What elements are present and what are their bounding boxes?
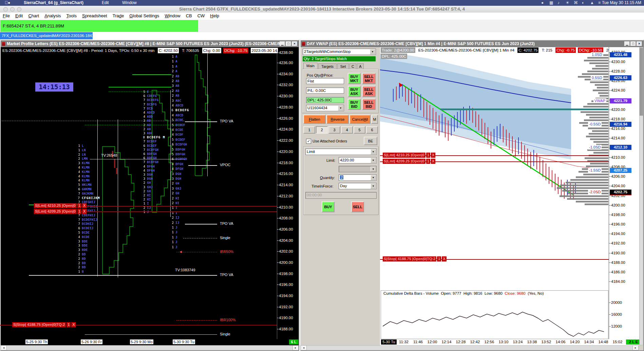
strategy-select[interactable]: 2TargetsWithCommonStop ▼ [303,48,376,55]
action-button-cancelall[interactable]: CancelAll [349,115,371,124]
apple-icon[interactable]: ● [5,0,10,6]
scroll-right-button[interactable]: ► [632,345,639,350]
mac-clock[interactable]: Tue May 30 11:15 AM [602,0,641,6]
cancel-order-button[interactable]: X [442,256,446,261]
time-axis-label: 12:42 [470,340,480,344]
scroll-left-button[interactable]: ◄ [301,345,307,350]
menu-item-cw[interactable]: CW [195,13,208,19]
tpo-row: 2BD [75,266,86,269]
menu-item-trade[interactable]: Trade [110,13,127,19]
chevron-down-icon[interactable]: ▼ [371,167,376,172]
music-icon[interactable]: ♪ [557,0,560,6]
menu-item-file[interactable]: File [0,13,13,19]
limit-price-input[interactable]: 4220.00 ▼ [339,157,377,163]
sell-button[interactable]: SELL [351,201,364,212]
chevron-down-icon[interactable]: ▼ [371,158,376,163]
secondary-price-input[interactable]: ▼ [339,166,377,172]
display-icon[interactable]: ▦ [549,0,553,6]
menu-item-cb[interactable]: CB [183,13,195,19]
maximize-button[interactable]: □ [286,41,291,46]
buy-ask-button[interactable]: BUYASK [348,86,361,97]
quantity-preset-6[interactable]: 6 [366,126,378,134]
cancel-order-button[interactable]: X [82,209,87,214]
cancel-order-button[interactable]: X [82,203,87,208]
chevron-down-icon[interactable]: ▼ [371,183,376,189]
sd-label: 1.0SD [591,52,603,57]
day-vwap-titlebar[interactable]: DAY VWAP (ES) ES-202306-CME/MES-202306-C… [301,40,643,47]
left-horizontal-scrollbar[interactable] [1,345,299,350]
order-qty-button[interactable]: 1 [77,203,81,208]
sell-bid-button[interactable]: SELLBID [362,99,376,110]
mac-menu-item[interactable]: Edit [102,0,109,6]
chevron-down-icon[interactable]: ▼ [371,175,376,180]
mac-menu-item[interactable]: Window [122,0,137,6]
menu-item-chart[interactable]: Chart [25,13,42,19]
quantity-preset-3[interactable]: 3 [328,126,340,134]
sell-ask-button[interactable]: SELLASK [362,86,376,97]
order-qty-button[interactable]: 1 [437,256,441,261]
brightness-icon[interactable]: ☀ [566,0,569,6]
chevron-down-icon[interactable]: ▼ [371,149,376,154]
menu-item-global-settings[interactable]: Global Settings [127,13,162,19]
tab-targets[interactable]: Targets [318,63,337,69]
maximize-button[interactable]: □ [630,41,636,46]
cancel-order-button[interactable]: X [431,153,435,158]
sell-mkt-button[interactable]: SELLMKT [362,73,376,84]
pl-field[interactable]: P/L: 0.00C [306,87,344,94]
delta-tick: 12000 [611,324,622,329]
quantity-preset-1[interactable]: 1 [303,126,315,134]
chartbook-tab[interactable]: 7FX_FULLDECKES_updatedMAY2023-230106-184… [0,32,93,39]
breakeven-button[interactable]: BE [364,137,377,145]
menu-item-help[interactable]: Help [207,13,222,19]
menu-item-spreadsheet[interactable]: Spreadsheet [79,13,110,19]
battery-icon[interactable]: ▲ [590,0,594,6]
minimize-button[interactable]: ▁ [624,41,630,46]
menu-item-edit[interactable]: Edit [13,13,25,19]
buy-bid-button[interactable]: BUYBID [348,99,361,110]
scroll-left-button[interactable]: ◄ [1,345,7,350]
close-button[interactable]: ✕ [637,41,642,46]
tab-set[interactable]: Set [337,63,349,69]
order-qty-button[interactable]: 1 [67,322,71,327]
account-select[interactable]: U11604434 ▼ [306,105,344,111]
right-price-axis[interactable] [609,47,609,339]
close-button[interactable]: ✕ [292,41,297,46]
minimize-button[interactable]: ▁ [280,41,285,46]
order-qty-button[interactable]: 1 [77,209,81,214]
right-horizontal-scrollbar[interactable] [301,345,639,350]
menu-icon[interactable]: ≡ [598,0,601,6]
tab-main[interactable]: Main [303,63,318,69]
market-profile-titlebar[interactable]: Market Profile Letters (ES) ES-202306-CM… [1,40,299,47]
order-type-select[interactable]: Limit ▼ [305,149,377,155]
keyboard-icon[interactable]: ● [541,0,544,6]
menu-item-analysis[interactable]: Analysis [42,13,63,19]
menu-item-tools[interactable]: Tools [64,13,79,19]
action-button-flatten[interactable]: Flatten [303,115,326,124]
chevron-down-icon[interactable]: ▼ [338,105,343,111]
quantity-preset-4[interactable]: 4 [341,126,353,134]
tif-select[interactable]: Day ▼ [339,183,377,189]
cancel-order-button[interactable]: X [431,159,435,164]
position-field[interactable]: Flat [306,78,344,84]
tab-a[interactable]: A [357,63,364,69]
use-attached-orders-checkbox[interactable]: ✓ [306,139,311,144]
scroll-right-button[interactable]: ► [292,345,299,350]
quantity-input[interactable]: 2 ▼ [339,174,377,181]
command-icon[interactable]: ⌘ [574,0,578,6]
quantity-preset-2[interactable]: 2 [316,126,328,134]
buy-button[interactable]: BUY [322,201,335,212]
buy-mkt-button[interactable]: BUYMKT [348,73,361,84]
tab-c[interactable]: C [349,63,356,69]
action-button-reverse[interactable]: Reverse [326,115,349,124]
moon-icon[interactable]: ◐ [582,0,584,6]
cancel-order-button[interactable]: X [71,322,76,327]
action-button-m[interactable]: M [371,115,378,124]
order-qty-button[interactable]: 1 [426,159,430,164]
menu-item-window[interactable]: Window [162,13,183,19]
tick-mark [277,285,279,285]
chevron-down-icon[interactable]: ▼ [370,49,375,54]
mac-app-name[interactable]: SierraChart_64 (g_SierraChart) [24,0,83,6]
scrollbar-thumb[interactable] [640,48,643,116]
order-qty-button[interactable]: 1 [426,153,430,158]
quantity-preset-5[interactable]: 5 [354,126,365,134]
